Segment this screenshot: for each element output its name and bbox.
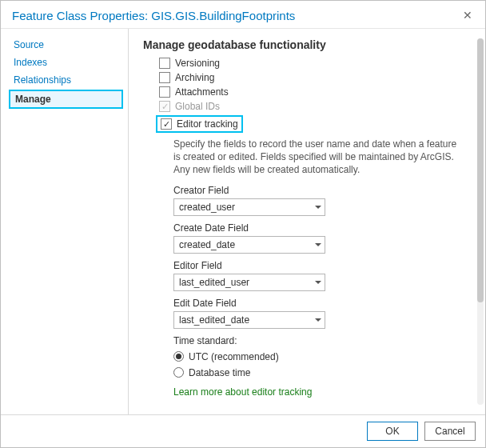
label-editor-tracking: Editor tracking (177, 118, 238, 130)
creator-field-value: created_user (179, 202, 235, 213)
radio-utc-label: UTC (recommended) (189, 351, 279, 362)
scrollbar-thumb[interactable] (477, 38, 484, 302)
radio-database-row[interactable]: Database time (173, 367, 469, 378)
section-heading: Manage geodatabase functionality (143, 38, 469, 51)
label-global-ids: Global IDs (175, 101, 220, 112)
label-versioning: Versioning (175, 58, 220, 69)
checkbox-editor-tracking[interactable] (161, 118, 172, 130)
creator-field-label: Creator Field (173, 185, 469, 196)
editor-tracking-description: Specify the fields to record the user na… (173, 138, 463, 177)
scrollbar[interactable] (477, 38, 484, 405)
time-standard-group: Time standard: UTC (recommended) Databas… (173, 335, 469, 378)
label-attachments: Attachments (175, 86, 229, 98)
checkbox-versioning[interactable] (159, 58, 170, 69)
footer: OK Cancel (1, 414, 485, 447)
create-date-field-select[interactable]: created_date (173, 236, 325, 254)
creator-field-select[interactable]: created_user (173, 198, 325, 216)
sidebar: Source Indexes Relationships Manage (1, 29, 129, 414)
radio-utc-row[interactable]: UTC (recommended) (173, 351, 469, 362)
label-archiving: Archiving (175, 72, 214, 83)
option-versioning[interactable]: Versioning (159, 58, 469, 69)
dialog-title: Feature Class Properties: GIS.GIS.Buildi… (12, 9, 295, 22)
editor-field-block: Editor Field last_edited_user (173, 260, 469, 291)
radio-database[interactable] (173, 367, 184, 378)
option-global-ids: Global IDs (159, 101, 469, 112)
edit-date-field-value: last_edited_date (179, 314, 249, 326)
chevron-down-icon (315, 243, 321, 246)
create-date-field-block: Create Date Field created_date (173, 222, 469, 254)
editor-field-label: Editor Field (173, 260, 469, 271)
sidebar-item-relationships[interactable]: Relationships (9, 72, 123, 88)
create-date-field-value: created_date (179, 239, 235, 250)
main-panel: Manage geodatabase functionality Version… (129, 29, 485, 414)
editor-field-select[interactable]: last_edited_user (173, 274, 325, 291)
titlebar: Feature Class Properties: GIS.GIS.Buildi… (1, 1, 485, 29)
option-attachments[interactable]: Attachments (159, 86, 469, 98)
chevron-down-icon (315, 281, 321, 284)
option-archiving[interactable]: Archiving (159, 72, 469, 83)
learn-more-link[interactable]: Learn more about editor tracking (173, 386, 469, 398)
sidebar-item-manage[interactable]: Manage (9, 90, 123, 109)
option-editor-tracking[interactable]: Editor tracking (156, 115, 243, 133)
editor-field-value: last_edited_user (179, 277, 249, 288)
checkbox-archiving[interactable] (159, 72, 170, 83)
radio-database-label: Database time (189, 367, 250, 378)
chevron-down-icon (315, 318, 321, 322)
sidebar-item-indexes[interactable]: Indexes (9, 54, 123, 70)
radio-utc[interactable] (173, 351, 184, 362)
chevron-down-icon (315, 206, 321, 209)
ok-button[interactable]: OK (367, 422, 418, 441)
edit-date-field-block: Edit Date Field last_edited_date (173, 298, 469, 329)
dialog-body: Source Indexes Relationships Manage Mana… (1, 29, 485, 414)
create-date-field-label: Create Date Field (173, 222, 469, 234)
edit-date-field-label: Edit Date Field (173, 298, 469, 309)
sidebar-item-source[interactable]: Source (9, 37, 123, 53)
checkbox-attachments[interactable] (159, 86, 170, 98)
close-icon[interactable]: ✕ (458, 7, 477, 23)
creator-field-block: Creator Field created_user (173, 185, 469, 216)
time-standard-label: Time standard: (173, 335, 469, 346)
checkbox-global-ids (159, 101, 170, 112)
cancel-button[interactable]: Cancel (424, 422, 476, 441)
edit-date-field-select[interactable]: last_edited_date (173, 311, 325, 329)
